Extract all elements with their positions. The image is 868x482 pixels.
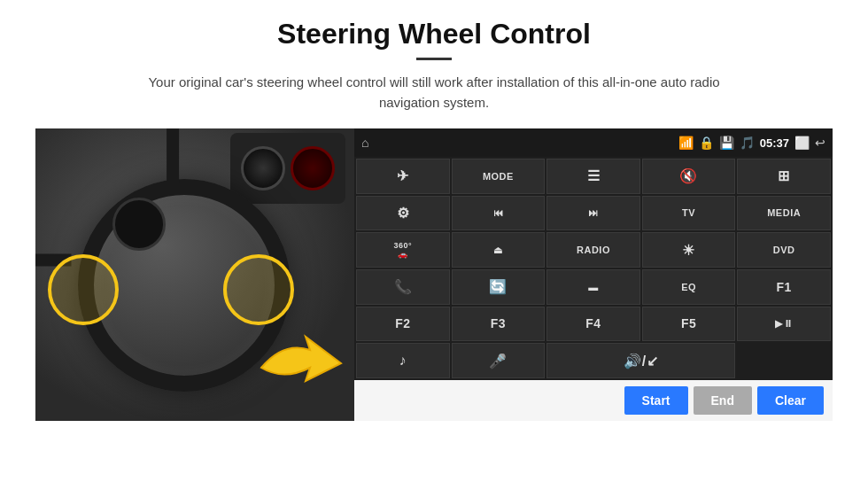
- btn-360[interactable]: 360°🚗: [356, 232, 450, 268]
- btn-menu[interactable]: ☰: [546, 159, 640, 194]
- btn-mute[interactable]: 🔇: [642, 159, 736, 194]
- btn-next[interactable]: ⏭: [546, 196, 640, 231]
- highlight-circle-right: [223, 254, 294, 325]
- btn-prev[interactable]: ⏮: [452, 196, 546, 231]
- btn-eject[interactable]: ⏏: [452, 232, 546, 268]
- gauge-right: [291, 146, 335, 190]
- btn-volume-call[interactable]: 🔊/↙: [546, 343, 735, 378]
- status-left: ⌂: [361, 136, 368, 150]
- clear-button[interactable]: Clear: [757, 386, 824, 415]
- steering-wheel-hub: [112, 198, 166, 251]
- lock-icon: 🔒: [699, 136, 714, 150]
- btn-f4[interactable]: F4: [546, 307, 640, 342]
- btn-phone[interactable]: 📞: [356, 269, 450, 305]
- bottom-bar: Start End Clear: [354, 380, 833, 421]
- btn-radio[interactable]: RADIO: [546, 232, 640, 268]
- dashboard: [230, 133, 345, 204]
- btn-mic[interactable]: 🎤: [452, 343, 546, 378]
- steering-wheel-image: [35, 128, 354, 421]
- btn-media[interactable]: MEDIA: [737, 196, 831, 231]
- btn-music[interactable]: ♪: [356, 343, 450, 378]
- title-divider: [416, 58, 452, 60]
- window-icon: ⬜: [794, 136, 810, 150]
- btn-tv[interactable]: TV: [642, 196, 736, 231]
- end-button[interactable]: End: [694, 386, 752, 415]
- btn-eq[interactable]: EQ: [642, 269, 736, 305]
- steering-wheel-background: [35, 128, 354, 421]
- status-time: 05:37: [760, 136, 789, 150]
- back-icon: ↩: [815, 136, 825, 150]
- status-bar: ⌂ 📶 🔒 💾 🎵 05:37 ⬜ ↩: [354, 128, 833, 157]
- arrow-indicator: [257, 332, 345, 403]
- content-row: ⌂ 📶 🔒 💾 🎵 05:37 ⬜ ↩ ✈ MODE ☰ 🔇: [35, 128, 833, 421]
- control-panel: ⌂ 📶 🔒 💾 🎵 05:37 ⬜ ↩ ✈ MODE ☰ 🔇: [354, 128, 833, 421]
- btn-f3[interactable]: F3: [452, 307, 546, 342]
- btn-f1[interactable]: F1: [737, 269, 831, 305]
- btn-navigate[interactable]: ✈: [356, 159, 450, 194]
- subtitle: Your original car's steering wheel contr…: [133, 73, 735, 113]
- home-icon: ⌂: [361, 136, 368, 150]
- highlight-circle-left: [48, 254, 119, 325]
- btn-f5[interactable]: F5: [642, 307, 736, 342]
- gauge-left: [241, 146, 285, 190]
- steering-wheel-spoke-v: [167, 128, 179, 183]
- page-title: Steering Wheel Control: [277, 18, 591, 51]
- btn-brightness[interactable]: ☀: [642, 232, 736, 268]
- page-container: Steering Wheel Control Your original car…: [0, 0, 868, 482]
- btn-dvd[interactable]: DVD: [737, 232, 831, 268]
- btn-settings[interactable]: ⚙: [356, 196, 450, 231]
- btn-apps[interactable]: ⊞: [737, 159, 831, 194]
- start-button[interactable]: Start: [624, 386, 688, 415]
- bt-icon: 🎵: [740, 136, 755, 150]
- btn-display[interactable]: ▬: [546, 269, 640, 305]
- btn-mode[interactable]: MODE: [452, 159, 546, 194]
- button-grid: ✈ MODE ☰ 🔇 ⊞ ⚙ ⏮ ⏭ TV MEDIA 360°🚗 ⏏ RADI…: [354, 157, 833, 380]
- wifi-icon: 📶: [678, 136, 694, 150]
- sd-icon: 💾: [719, 136, 734, 150]
- status-right: 📶 🔒 💾 🎵 05:37 ⬜ ↩: [678, 136, 825, 150]
- btn-play-pause[interactable]: ▶⏸: [737, 307, 831, 342]
- btn-f2[interactable]: F2: [356, 307, 450, 342]
- btn-rotate[interactable]: 🔄: [452, 269, 546, 305]
